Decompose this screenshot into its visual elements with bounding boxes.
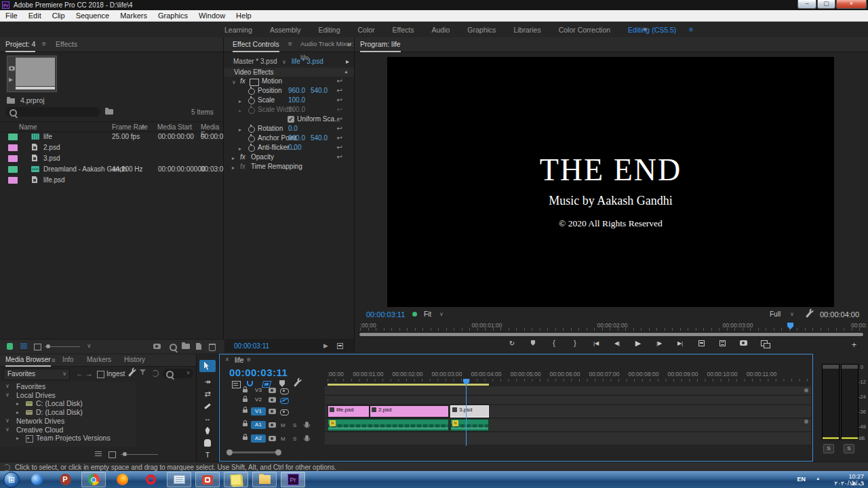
track-v2-button[interactable]: V2 (251, 396, 266, 404)
item-name[interactable]: life.psd (43, 176, 65, 184)
preview-play-icon[interactable]: ▶ (9, 77, 13, 83)
step-back-icon[interactable]: ◀| (612, 339, 622, 347)
stopwatch-icon[interactable] (248, 126, 255, 133)
workspace-tab-effects[interactable]: Effects (384, 26, 423, 34)
settings-wrench-icon[interactable] (806, 311, 812, 318)
tree-item-c-drive[interactable]: C: (Local Disk) (36, 399, 83, 407)
source-patch-icon[interactable] (269, 397, 276, 403)
list-view-icon[interactable] (20, 344, 27, 349)
lift-icon[interactable] (698, 340, 705, 346)
track-v1-button[interactable]: V1 (251, 407, 266, 415)
clip-3psd-selected[interactable]: 3.psd (450, 405, 489, 418)
tree-item-d-drive[interactable]: D: (Local Disk) (36, 408, 83, 416)
track-v3-lane[interactable] (325, 386, 811, 394)
workspace-tab-editing[interactable]: Editing (309, 26, 349, 34)
clip-lifepsd[interactable]: life.psd (328, 405, 370, 418)
loop-icon[interactable]: ↻ (507, 339, 517, 347)
slip-tool[interactable]: ↔ (199, 413, 216, 424)
scale-value[interactable]: 100.0 (288, 96, 305, 104)
workspace-tab-color[interactable]: Color (349, 26, 384, 34)
preview-camera-icon[interactable] (9, 66, 15, 70)
zoom-handle-left[interactable] (226, 449, 233, 455)
forward-arrow-icon[interactable]: → (85, 369, 93, 378)
taskbar-sticky-notes-icon[interactable] (224, 472, 248, 487)
track-a1-button[interactable]: A1 (251, 421, 266, 429)
chevron-right-icon[interactable]: ▸ (239, 146, 241, 152)
menu-graphics[interactable]: Graphics (153, 12, 193, 20)
track-a2-lane[interactable] (325, 432, 811, 445)
label-color-chip[interactable] (8, 155, 18, 162)
project-panel-menu-icon[interactable]: ≡ (42, 40, 46, 47)
mark-out-icon[interactable]: } (570, 339, 580, 347)
anchor-y-value[interactable]: 540.0 (311, 134, 328, 142)
menu-markers[interactable]: Markers (115, 12, 153, 20)
label-color-chip[interactable] (8, 166, 18, 173)
work-area-bar[interactable] (328, 384, 489, 386)
source-patch-icon[interactable] (269, 422, 276, 428)
nest-sequence-icon[interactable] (232, 381, 241, 388)
lock-icon[interactable] (243, 409, 248, 413)
project-row-dreamland[interactable]: Dreamland - Aakash Gandh 44,100 Hz 00:00… (0, 164, 224, 175)
label-color-chip[interactable] (8, 144, 18, 151)
reset-icon[interactable]: ↩ (337, 153, 342, 161)
ripple-edit-tool[interactable]: ⇄ (199, 388, 216, 399)
delete-icon[interactable] (209, 344, 216, 351)
program-scrollbar[interactable] (359, 332, 864, 337)
mb-icon-view-icon[interactable] (108, 451, 116, 458)
playback-resolution-dropdown[interactable]: Full (770, 310, 781, 318)
workspace-tab-learning[interactable]: Learning (216, 26, 261, 34)
clip-2psd[interactable]: 2.psd (370, 405, 449, 418)
zoom-level-dropdown[interactable]: Fit (424, 310, 431, 318)
workspace-tab-color-correction[interactable]: Color Correction (550, 26, 619, 34)
timeline-timecode[interactable]: 00:00:03:11 (229, 367, 288, 378)
taskbar-notepad-icon[interactable] (167, 472, 191, 487)
effect-motion-row[interactable]: ∨ fx Motion ↩ (224, 77, 355, 87)
column-media-start[interactable]: Media Start (157, 123, 192, 131)
step-forward-icon[interactable]: |▶ (654, 339, 664, 347)
taskbar-chrome-icon[interactable] (81, 472, 106, 487)
chevron-right-icon[interactable]: ▸ (239, 127, 241, 133)
effect-opacity-row[interactable]: ▸ fx Opacity ↩ (224, 153, 355, 163)
program-ruler[interactable]: :00:00 00:00:01:00 00:00:02:00 00:00:03:… (355, 321, 868, 331)
tab-info[interactable]: Info (62, 354, 74, 365)
v-scroll-handle[interactable] (804, 420, 808, 424)
selection-tool[interactable] (199, 360, 216, 372)
tray-expand-icon[interactable]: ▴ (816, 476, 819, 481)
lock-icon[interactable] (243, 423, 248, 426)
open-bin-icon[interactable] (105, 109, 113, 115)
timeline-settings-icon[interactable] (294, 380, 300, 387)
toggle-track-output-icon[interactable] (280, 409, 289, 415)
chevron-down-icon[interactable]: ∨ (5, 426, 9, 432)
razor-tool[interactable] (199, 401, 216, 411)
track-v2-lane[interactable] (325, 396, 811, 404)
maximize-button[interactable]: ▢ (817, 0, 835, 9)
tab-sequence-life[interactable]: life (235, 356, 243, 364)
track-output-disabled-icon[interactable] (280, 398, 289, 404)
automate-to-sequence-icon[interactable] (153, 344, 161, 349)
reset-icon[interactable]: ↩ (337, 134, 342, 142)
add-marker-icon[interactable] (531, 340, 535, 346)
timeline-scrollbar[interactable] (226, 449, 810, 455)
menu-edit[interactable]: Edit (23, 12, 47, 20)
timeline-view-toggle-icon[interactable]: ▸ (346, 58, 349, 65)
pen-tool[interactable] (199, 425, 216, 436)
lock-icon[interactable] (243, 436, 248, 440)
taskbar-psiphon-icon[interactable]: P (53, 472, 77, 487)
type-tool[interactable]: T (199, 449, 216, 460)
workspace-tab-graphics[interactable]: Graphics (458, 26, 505, 34)
taskbar-explorer-icon[interactable] (252, 472, 277, 487)
solo-button[interactable]: S (293, 422, 296, 428)
chevron-right-icon[interactable]: ▸ (232, 155, 235, 161)
item-name[interactable]: 2.psd (43, 144, 60, 151)
audio-clip-2[interactable]: fx (450, 419, 489, 431)
source-patch-icon[interactable] (269, 388, 276, 393)
reset-icon[interactable]: ↩ (337, 77, 342, 85)
solo-button[interactable]: S (293, 436, 296, 442)
chevron-right-icon[interactable]: ▸ (16, 435, 19, 441)
new-item-icon[interactable] (196, 343, 201, 350)
collapse-icon[interactable]: ▲ (344, 69, 349, 74)
close-button[interactable]: × (836, 0, 867, 9)
reset-icon[interactable]: ↩ (337, 96, 342, 104)
timeline-ruler[interactable]: :00:00 00:00:01:00 00:00:02:00 00:00:03:… (325, 369, 811, 384)
chevron-right-icon[interactable]: ▸ (16, 401, 19, 407)
